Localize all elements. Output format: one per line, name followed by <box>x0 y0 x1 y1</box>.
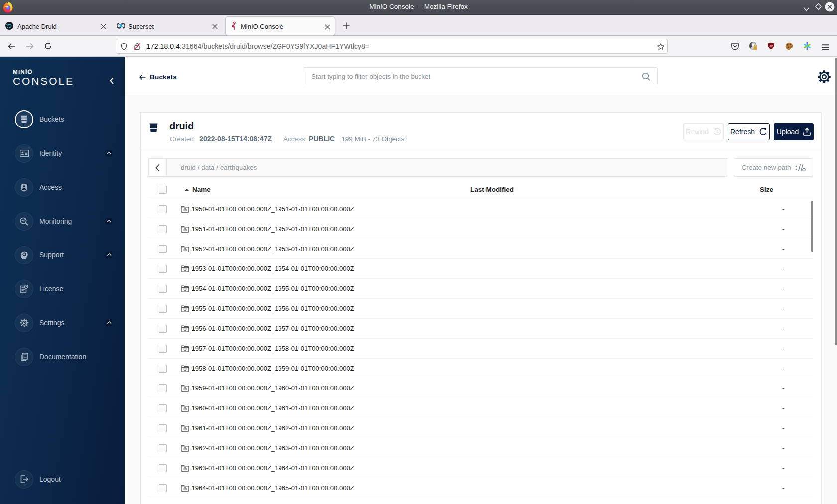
svg-text:UO: UO <box>769 45 773 48</box>
